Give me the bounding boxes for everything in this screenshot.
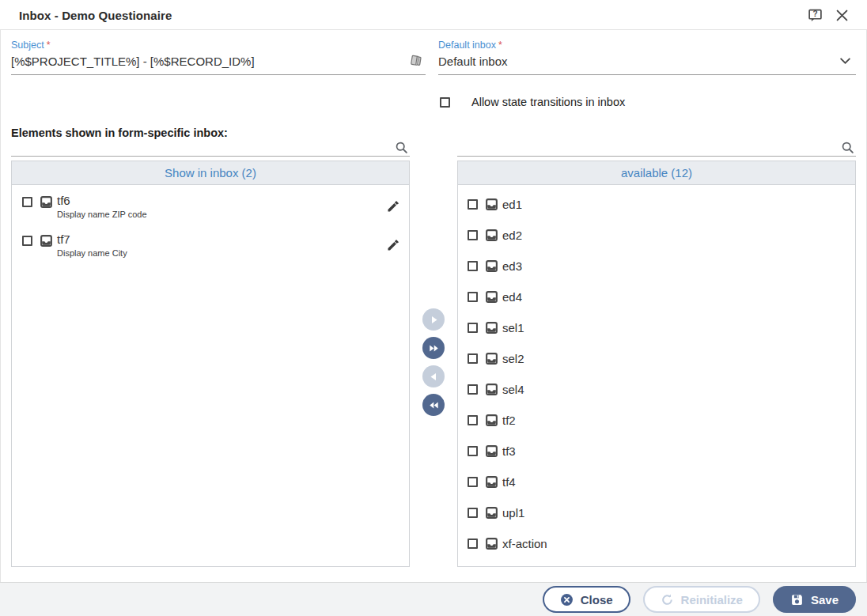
item-checkbox[interactable] [468, 539, 478, 549]
item-checkbox[interactable] [468, 230, 478, 240]
form-element-icon [485, 383, 498, 396]
item-name: ed2 [502, 229, 522, 242]
allow-transitions-label: Allow state transitions in inbox [471, 96, 625, 108]
save-button[interactable]: Save [773, 586, 856, 613]
dialog-title: Inbox - Demo Questionaire [19, 9, 172, 22]
item-checkbox[interactable] [468, 323, 478, 333]
reinitialize-button-label: Reinitialize [681, 593, 743, 607]
list-item[interactable]: ed4 [458, 282, 855, 312]
move-all-right-button[interactable] [422, 337, 445, 359]
item-name: tf7 [57, 233, 127, 246]
dialog-close-button[interactable] [834, 7, 850, 23]
list-item[interactable]: sel4 [458, 374, 855, 405]
subject-label: Subject* [11, 40, 426, 51]
shown-list: tf6 Display name ZIP code tf7 Display na… [12, 185, 409, 265]
search-icon [841, 141, 854, 154]
available-search-input[interactable] [457, 139, 837, 155]
form-element-icon [485, 537, 498, 550]
item-name: xf-action [502, 537, 547, 550]
arrow-left-icon [429, 372, 439, 382]
form-element-icon [485, 229, 498, 242]
list-item[interactable]: upl1 [458, 497, 855, 528]
form-element-icon [485, 444, 498, 458]
available-search [457, 139, 856, 157]
subject-field-group: Subject* [%$PROJECT_TITLE%] - [%$RECORD_… [11, 40, 426, 75]
item-checkbox[interactable] [468, 477, 478, 487]
list-item[interactable]: sel1 [458, 312, 855, 343]
list-item[interactable]: tf7 Display name City [12, 226, 409, 265]
item-name: ed4 [502, 290, 522, 304]
allow-transitions-row: Allow state transitions in inbox [440, 96, 625, 108]
item-name: sel2 [502, 352, 524, 365]
list-item[interactable]: tf3 [458, 436, 855, 467]
form-element-icon [485, 259, 498, 273]
list-item[interactable]: tf4 [458, 467, 855, 497]
form-element-icon [485, 321, 498, 334]
default-inbox-field-group: Default inbox* Default inbox [438, 40, 856, 75]
subject-input[interactable]: [%$PROJECT_TITLE%] - [%$RECORD_ID%] [11, 53, 426, 75]
help-button[interactable] [807, 7, 823, 23]
item-text: tf6 Display name ZIP code [57, 195, 147, 219]
item-checkbox[interactable] [468, 415, 478, 425]
dialog-titlebar: Inbox - Demo Questionaire [0, 0, 867, 30]
item-checkbox[interactable] [468, 261, 478, 271]
default-inbox-label: Default inbox* [438, 40, 856, 51]
elements-section-heading: Elements shown in form-specific inbox: [11, 127, 228, 139]
item-checkbox[interactable] [468, 353, 478, 364]
double-arrow-right-icon [429, 343, 439, 353]
form-element-icon [485, 352, 498, 365]
search-icon [395, 141, 408, 154]
form-element-icon [485, 290, 498, 304]
form-element-icon [40, 234, 53, 248]
refresh-icon [661, 593, 674, 607]
shown-search [11, 139, 410, 157]
item-checkbox[interactable] [468, 292, 478, 302]
item-checkbox[interactable] [468, 384, 478, 395]
item-checkbox[interactable] [468, 508, 478, 518]
form-element-icon [485, 475, 498, 489]
inbox-settings-dialog: Inbox - Demo Questionaire Subject* [%$PR… [0, 0, 867, 616]
default-inbox-value: Default inbox [438, 55, 508, 68]
item-name: tf4 [502, 475, 516, 489]
placeholder-books-icon[interactable] [409, 54, 422, 67]
close-button[interactable]: Close [543, 586, 630, 613]
list-item[interactable]: ed1 [458, 189, 855, 220]
pencil-icon [386, 199, 400, 214]
form-element-icon [485, 506, 498, 520]
close-icon [836, 9, 848, 21]
move-left-button[interactable] [422, 365, 445, 387]
form-element-icon [40, 195, 53, 209]
item-checkbox[interactable] [468, 199, 478, 210]
form-element-icon [485, 414, 498, 427]
floppy-save-icon [790, 593, 804, 607]
item-description: Display name City [57, 248, 127, 258]
move-right-button[interactable] [422, 308, 445, 331]
list-item[interactable]: xf-action [458, 528, 855, 559]
edit-item-button[interactable] [385, 238, 401, 254]
list-item[interactable]: tf6 Display name ZIP code [12, 187, 409, 226]
item-checkbox[interactable] [22, 236, 32, 246]
shown-panel-header: Show in inbox (2) [12, 161, 409, 185]
list-item[interactable]: tf2 [458, 405, 855, 436]
allow-transitions-checkbox[interactable] [440, 97, 450, 108]
shown-search-input[interactable] [11, 139, 391, 155]
list-item[interactable]: ed3 [458, 251, 855, 282]
available-panel-header: available (12) [458, 161, 855, 185]
dialog-footer: Close Reinitialize Save [0, 582, 867, 616]
pencil-icon [386, 238, 400, 252]
edit-item-button[interactable] [385, 199, 401, 215]
item-checkbox[interactable] [22, 197, 32, 207]
save-button-label: Save [811, 593, 839, 607]
subject-value: [%$PROJECT_TITLE%] - [%$RECORD_ID%] [11, 55, 255, 68]
list-item[interactable]: ed2 [458, 220, 855, 251]
item-description: Display name ZIP code [57, 210, 147, 219]
default-inbox-select[interactable]: Default inbox [438, 53, 856, 75]
close-circle-icon [560, 593, 574, 607]
reinitialize-button[interactable]: Reinitialize [643, 586, 760, 613]
available-panel: available (12) ed1 ed2 ed3 ed4 [457, 161, 856, 567]
form-element-icon [485, 198, 498, 211]
list-item[interactable]: sel2 [458, 343, 855, 374]
item-checkbox[interactable] [468, 446, 478, 456]
move-all-left-button[interactable] [422, 394, 445, 416]
item-name: tf3 [502, 444, 516, 458]
